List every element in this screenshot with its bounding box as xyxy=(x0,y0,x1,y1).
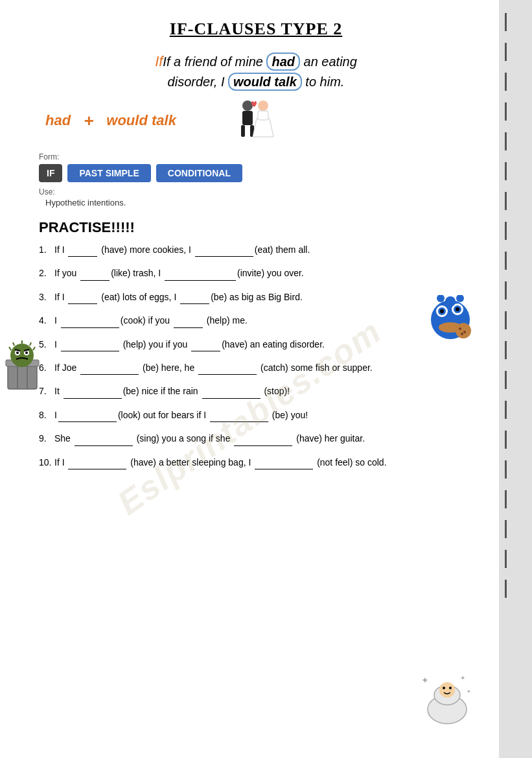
ex-text-10: If I (have) a better sleeping bag, I (no… xyxy=(54,455,473,469)
svg-point-18 xyxy=(456,323,471,338)
svg-line-36 xyxy=(30,342,31,346)
word-if: If xyxy=(155,53,163,69)
word-had: had xyxy=(266,53,300,71)
ex-num-3: 3. xyxy=(39,290,54,304)
exercise-6: 6. If Joe (be) here, he (catch) some fis… xyxy=(39,361,473,375)
practise-title: PRACTISE!!!!! xyxy=(39,219,473,236)
svg-point-30 xyxy=(25,351,28,354)
dash-15 xyxy=(505,431,507,449)
dash-2 xyxy=(505,43,507,61)
ex-num-1: 1. xyxy=(39,243,54,257)
blank-9b xyxy=(234,436,292,446)
form-section: Form: IF PAST SIMPLE CONDITIONAL Use: Hy… xyxy=(39,152,473,207)
cookie-monster-icon xyxy=(428,295,473,350)
dash-8 xyxy=(505,222,507,240)
dash-12 xyxy=(505,341,507,359)
svg-text:✦: ✦ xyxy=(460,674,465,681)
dash-4 xyxy=(505,102,507,121)
exercise-2: 2. If you (like) trash, I (invite) you o… xyxy=(39,266,473,280)
dash-13 xyxy=(505,371,507,389)
svg-rect-2 xyxy=(241,125,245,137)
svg-point-16 xyxy=(437,295,445,302)
worksheet-page: Eslprintables.com IF-CLAUSES TYPE 2 IfIf… xyxy=(0,0,499,758)
svg-point-15 xyxy=(445,296,456,307)
use-label: Use: xyxy=(39,187,473,196)
svg-point-13 xyxy=(456,307,459,311)
ex-num-9: 9. xyxy=(39,431,54,445)
svg-marker-5 xyxy=(253,119,273,137)
ex-text-9: She (sing) you a song if she (have) her … xyxy=(54,431,473,445)
blank-10b xyxy=(255,459,313,469)
blank-6b xyxy=(198,364,257,375)
form-row: IF PAST SIMPLE CONDITIONAL xyxy=(39,164,473,182)
svg-rect-1 xyxy=(242,111,253,125)
ex-text-1: If I (have) more cookies, I (eat) them a… xyxy=(54,243,473,257)
ex-text-2: If you (like) trash, I (invite) you over… xyxy=(54,266,473,280)
dash-10 xyxy=(505,281,507,300)
ex-num-8: 8. xyxy=(39,408,54,422)
dash-20 xyxy=(505,580,507,598)
svg-point-20 xyxy=(463,331,466,333)
exercise-1: 1. If I (have) more cookies, I (eat) the… xyxy=(39,243,473,257)
dash-19 xyxy=(505,550,507,568)
word-would-talk: would talk xyxy=(228,73,302,91)
svg-text:✦: ✦ xyxy=(467,689,471,694)
ex-text-3: If I (eat) lots of eggs, I (be) as big a… xyxy=(54,290,473,304)
blank-2b xyxy=(165,270,236,281)
use-text: Hypothetic intentions. xyxy=(45,198,473,207)
svg-text:✦: ✦ xyxy=(421,675,429,685)
blank-1a xyxy=(68,246,97,257)
page-wrapper: Eslprintables.com IF-CLAUSES TYPE 2 IfIf… xyxy=(0,0,532,758)
blank-5a xyxy=(61,341,119,351)
svg-point-21 xyxy=(461,333,463,335)
blank-3a xyxy=(68,294,97,304)
sleeping-bag-icon: ✦ ✦ ✦ xyxy=(418,670,476,729)
blank-1b xyxy=(195,246,253,257)
ex-text-8: I(look) out for bears if I (be) you! xyxy=(54,408,473,422)
oscar-grouch-icon xyxy=(1,337,43,392)
formula-left: had xyxy=(45,112,71,129)
exercise-10: 10. If I (have) a better sleeping bag, I… xyxy=(39,455,473,469)
ex-text-6: If Joe (be) here, he (catch) some fish o… xyxy=(54,361,473,375)
svg-point-26 xyxy=(10,344,34,367)
svg-point-10 xyxy=(440,309,444,313)
wedding-couple-icon xyxy=(228,98,280,143)
blank-7a xyxy=(64,388,122,399)
ex-num-2: 2. xyxy=(39,266,54,280)
example-sentence: IfIf a friend of mine had an eating diso… xyxy=(39,51,473,91)
blank-9a xyxy=(75,436,133,446)
dash-14 xyxy=(505,401,507,419)
exercise-4: 4. I (cook) if you (help) me. xyxy=(39,313,473,327)
blank-5b xyxy=(191,341,220,351)
ex-num-4: 4. xyxy=(39,313,54,327)
svg-point-17 xyxy=(456,295,464,302)
ex-num-10: 10. xyxy=(39,455,54,469)
blank-8a xyxy=(58,412,117,422)
dash-11 xyxy=(505,311,507,329)
dashed-border xyxy=(499,0,512,758)
blank-4a xyxy=(61,318,119,328)
svg-point-0 xyxy=(242,101,253,111)
svg-line-37 xyxy=(33,347,35,350)
dash-7 xyxy=(505,192,507,210)
ex-text-5: I (help) you if you (have) an eating dis… xyxy=(54,337,473,351)
dash-17 xyxy=(505,490,507,508)
blank-7b xyxy=(202,388,260,399)
blank-3b xyxy=(180,294,209,304)
svg-line-33 xyxy=(9,347,11,350)
blank-10a xyxy=(68,459,126,469)
formula-right: would talk xyxy=(106,112,176,129)
blank-6a xyxy=(80,364,139,375)
exercise-7: 7. It (be) nice if the rain (stop)! xyxy=(39,384,473,398)
dash-6 xyxy=(505,162,507,180)
svg-point-41 xyxy=(443,687,445,689)
dash-18 xyxy=(505,520,507,538)
dash-9 xyxy=(505,252,507,270)
dash-5 xyxy=(505,132,507,150)
dash-3 xyxy=(505,73,507,91)
svg-point-19 xyxy=(459,327,461,330)
ex-text-7: It (be) nice if the rain (stop)! xyxy=(54,384,473,398)
exercise-5: 5. I (help) you if you (have) an eating … xyxy=(39,337,473,351)
exercise-3: 3. If I (eat) lots of eggs, I (be) as bi… xyxy=(39,290,473,304)
svg-point-4 xyxy=(258,101,268,111)
